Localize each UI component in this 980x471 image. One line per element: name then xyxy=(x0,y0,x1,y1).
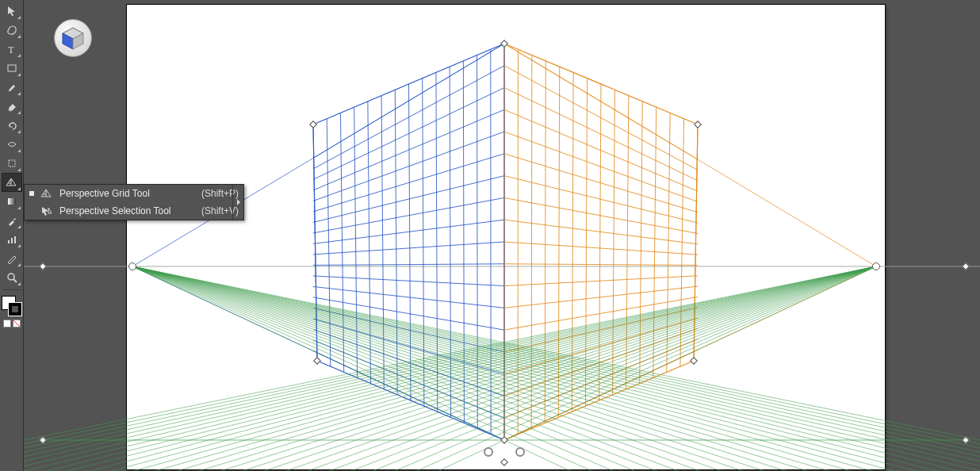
svg-rect-2 xyxy=(9,160,15,167)
direct-selection-tool[interactable] xyxy=(2,21,21,39)
ground-left-handle[interactable] xyxy=(39,436,47,444)
horizon-right-handle[interactable] xyxy=(962,262,970,270)
origin-left-handle[interactable] xyxy=(484,447,493,457)
svg-line-10 xyxy=(13,279,17,282)
paintbrush-tool[interactable] xyxy=(2,78,21,96)
horizon-left-handle[interactable] xyxy=(39,262,47,270)
tools-panel: T xyxy=(0,0,24,471)
svg-rect-7 xyxy=(11,238,13,243)
flyout-item-label: Perspective Grid Tool xyxy=(59,188,150,199)
perspective-selection-icon xyxy=(40,205,53,217)
svg-rect-8 xyxy=(14,236,16,243)
eraser-tool[interactable] xyxy=(2,98,21,115)
perspective-grid-icon xyxy=(40,187,53,200)
flyout-tearoff-arrow[interactable] xyxy=(232,185,243,220)
selection-tool[interactable] xyxy=(2,2,21,20)
eyedropper-tool[interactable] xyxy=(2,212,21,229)
artboard[interactable] xyxy=(127,5,885,469)
color-none-row[interactable] xyxy=(3,320,21,327)
svg-rect-1 xyxy=(8,65,16,71)
svg-point-9 xyxy=(8,274,14,280)
flyout-item-perspective-selection[interactable]: Perspective Selection Tool (Shift+V) xyxy=(25,202,243,220)
vanishing-point-right[interactable] xyxy=(872,262,880,270)
plane-chooser-widget[interactable] xyxy=(54,19,92,57)
svg-rect-5 xyxy=(8,198,16,205)
origin-right-handle[interactable] xyxy=(515,447,525,457)
free-transform-tool[interactable] xyxy=(2,155,21,172)
width-tool[interactable] xyxy=(2,136,21,153)
svg-rect-6 xyxy=(8,240,10,243)
flyout-item-perspective-grid[interactable]: Perspective Grid Tool (Shift+P) xyxy=(25,185,243,202)
vanishing-point-left[interactable] xyxy=(128,262,136,270)
rotate-tool[interactable] xyxy=(2,117,21,134)
zoom-tool[interactable] xyxy=(2,269,21,286)
svg-text:T: T xyxy=(8,44,14,55)
perspective-grid-tool[interactable] xyxy=(2,174,21,191)
column-graph-tool[interactable] xyxy=(2,231,21,248)
ground-right-handle[interactable] xyxy=(962,436,970,444)
flyout-item-label: Perspective Selection Tool xyxy=(59,205,171,216)
rectangle-tool[interactable] xyxy=(2,59,21,77)
gradient-tool[interactable] xyxy=(2,193,21,210)
fill-stroke-swatch[interactable] xyxy=(2,296,22,316)
perspective-grid-flyout: Perspective Grid Tool (Shift+P) Perspect… xyxy=(24,184,244,220)
slice-tool[interactable] xyxy=(2,250,21,267)
type-tool[interactable]: T xyxy=(2,40,21,58)
